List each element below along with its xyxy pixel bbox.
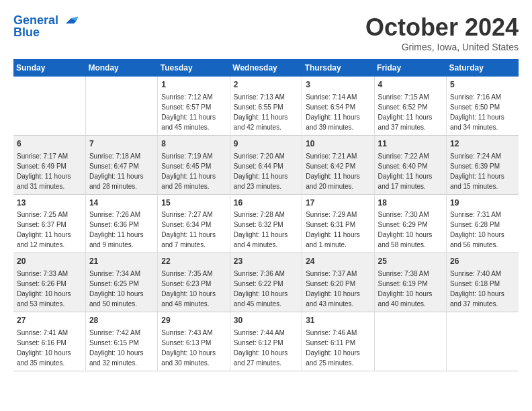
calendar-cell: 8Sunrise: 7:19 AM Sunset: 6:45 PM Daylig… [158, 135, 230, 194]
day-number: 14 [89, 197, 154, 209]
week-row: 13Sunrise: 7:25 AM Sunset: 6:37 PM Dayli… [13, 194, 519, 253]
day-number: 30 [234, 315, 298, 326]
day-info: Sunrise: 7:44 AM Sunset: 6:12 PM Dayligh… [234, 329, 288, 367]
calendar-cell: 27Sunrise: 7:41 AM Sunset: 6:16 PM Dayli… [13, 312, 85, 371]
day-info: Sunrise: 7:37 AM Sunset: 6:20 PM Dayligh… [306, 270, 360, 308]
calendar-cell: 22Sunrise: 7:35 AM Sunset: 6:23 PM Dayli… [158, 253, 230, 312]
calendar-cell: 7Sunrise: 7:18 AM Sunset: 6:47 PM Daylig… [85, 135, 157, 194]
weekday-header: Saturday [447, 59, 519, 77]
day-number: 23 [234, 256, 298, 267]
day-info: Sunrise: 7:36 AM Sunset: 6:22 PM Dayligh… [234, 270, 288, 308]
location: Grimes, Iowa, United States [365, 42, 519, 52]
calendar-cell: 29Sunrise: 7:43 AM Sunset: 6:13 PM Dayli… [158, 312, 230, 371]
day-number: 25 [378, 256, 443, 267]
calendar-cell: 18Sunrise: 7:30 AM Sunset: 6:29 PM Dayli… [374, 194, 446, 253]
day-info: Sunrise: 7:40 AM Sunset: 6:18 PM Dayligh… [450, 270, 504, 308]
calendar-cell: 16Sunrise: 7:28 AM Sunset: 6:32 PM Dayli… [230, 194, 302, 253]
weekday-header: Wednesday [230, 59, 302, 77]
calendar-cell: 10Sunrise: 7:21 AM Sunset: 6:42 PM Dayli… [302, 135, 374, 194]
day-number: 17 [306, 197, 370, 209]
day-number: 5 [450, 79, 515, 91]
calendar-cell: 15Sunrise: 7:27 AM Sunset: 6:34 PM Dayli… [158, 194, 230, 253]
day-info: Sunrise: 7:38 AM Sunset: 6:19 PM Dayligh… [378, 270, 433, 308]
calendar-cell: 23Sunrise: 7:36 AM Sunset: 6:22 PM Dayli… [230, 253, 302, 312]
day-info: Sunrise: 7:13 AM Sunset: 6:55 PM Dayligh… [234, 93, 288, 131]
day-number: 26 [450, 256, 515, 267]
day-info: Sunrise: 7:33 AM Sunset: 6:26 PM Dayligh… [17, 270, 71, 308]
day-number: 20 [17, 256, 82, 267]
day-info: Sunrise: 7:20 AM Sunset: 6:44 PM Dayligh… [234, 152, 288, 190]
calendar-cell: 24Sunrise: 7:37 AM Sunset: 6:20 PM Dayli… [302, 253, 374, 312]
day-number: 12 [450, 138, 515, 150]
day-number: 9 [234, 138, 298, 150]
day-number: 7 [89, 138, 154, 150]
day-number: 22 [161, 256, 226, 267]
logo-bird-icon [63, 14, 79, 28]
day-number: 4 [378, 79, 443, 91]
calendar-cell: 6Sunrise: 7:17 AM Sunset: 6:49 PM Daylig… [13, 135, 85, 194]
day-info: Sunrise: 7:31 AM Sunset: 6:28 PM Dayligh… [450, 211, 504, 248]
week-row: 27Sunrise: 7:41 AM Sunset: 6:16 PM Dayli… [13, 312, 519, 371]
calendar-cell: 31Sunrise: 7:46 AM Sunset: 6:11 PM Dayli… [302, 312, 374, 371]
month-title: October 2024 [365, 13, 519, 42]
calendar-cell: 3Sunrise: 7:14 AM Sunset: 6:54 PM Daylig… [302, 77, 374, 135]
calendar-cell: 12Sunrise: 7:24 AM Sunset: 6:39 PM Dayli… [447, 135, 519, 194]
calendar-cell: 13Sunrise: 7:25 AM Sunset: 6:37 PM Dayli… [13, 194, 85, 253]
day-info: Sunrise: 7:34 AM Sunset: 6:25 PM Dayligh… [89, 270, 144, 308]
day-info: Sunrise: 7:46 AM Sunset: 6:11 PM Dayligh… [306, 329, 360, 367]
day-number: 1 [161, 79, 226, 91]
title-block: October 2024 Grimes, Iowa, United States [365, 13, 519, 52]
weekday-header: Monday [85, 59, 157, 77]
calendar-cell: 30Sunrise: 7:44 AM Sunset: 6:12 PM Dayli… [230, 312, 302, 371]
day-info: Sunrise: 7:12 AM Sunset: 6:57 PM Dayligh… [161, 93, 216, 131]
calendar-cell: 2Sunrise: 7:13 AM Sunset: 6:55 PM Daylig… [230, 77, 302, 135]
day-info: Sunrise: 7:30 AM Sunset: 6:29 PM Dayligh… [378, 211, 433, 248]
calendar-cell: 26Sunrise: 7:40 AM Sunset: 6:18 PM Dayli… [447, 253, 519, 312]
calendar-cell: 9Sunrise: 7:20 AM Sunset: 6:44 PM Daylig… [230, 135, 302, 194]
calendar-cell [85, 77, 157, 135]
day-number: 21 [89, 256, 154, 267]
day-info: Sunrise: 7:42 AM Sunset: 6:15 PM Dayligh… [89, 329, 144, 367]
day-number: 18 [378, 197, 443, 209]
calendar-cell: 5Sunrise: 7:16 AM Sunset: 6:50 PM Daylig… [447, 77, 519, 135]
day-info: Sunrise: 7:29 AM Sunset: 6:31 PM Dayligh… [306, 211, 360, 248]
day-info: Sunrise: 7:22 AM Sunset: 6:40 PM Dayligh… [378, 152, 433, 190]
weekday-header: Tuesday [158, 59, 230, 77]
calendar-cell: 11Sunrise: 7:22 AM Sunset: 6:40 PM Dayli… [374, 135, 446, 194]
calendar-cell: 4Sunrise: 7:15 AM Sunset: 6:52 PM Daylig… [374, 77, 446, 135]
week-row: 20Sunrise: 7:33 AM Sunset: 6:26 PM Dayli… [13, 253, 519, 312]
weekday-header: Friday [374, 59, 446, 77]
day-number: 29 [161, 315, 226, 326]
day-number: 28 [89, 315, 154, 326]
weekday-header: Thursday [302, 59, 374, 77]
day-number: 3 [306, 79, 370, 91]
calendar-cell: 14Sunrise: 7:26 AM Sunset: 6:36 PM Dayli… [85, 194, 157, 253]
calendar-cell: 20Sunrise: 7:33 AM Sunset: 6:26 PM Dayli… [13, 253, 85, 312]
day-info: Sunrise: 7:17 AM Sunset: 6:49 PM Dayligh… [17, 152, 71, 190]
day-info: Sunrise: 7:25 AM Sunset: 6:37 PM Dayligh… [17, 211, 71, 248]
day-number: 31 [306, 315, 370, 326]
calendar-cell: 1Sunrise: 7:12 AM Sunset: 6:57 PM Daylig… [158, 77, 230, 135]
logo: General Blue [13, 13, 79, 40]
calendar-table: SundayMondayTuesdayWednesdayThursdayFrid… [13, 59, 519, 371]
calendar-cell: 19Sunrise: 7:31 AM Sunset: 6:28 PM Dayli… [447, 194, 519, 253]
day-info: Sunrise: 7:35 AM Sunset: 6:23 PM Dayligh… [161, 270, 216, 308]
weekday-header: Sunday [13, 59, 85, 77]
day-number: 2 [234, 79, 298, 91]
calendar-cell: 28Sunrise: 7:42 AM Sunset: 6:15 PM Dayli… [85, 312, 157, 371]
day-info: Sunrise: 7:26 AM Sunset: 6:36 PM Dayligh… [89, 211, 144, 248]
day-number: 15 [161, 197, 226, 209]
day-info: Sunrise: 7:19 AM Sunset: 6:45 PM Dayligh… [161, 152, 216, 190]
day-number: 11 [378, 138, 443, 150]
day-number: 6 [17, 138, 82, 150]
day-info: Sunrise: 7:21 AM Sunset: 6:42 PM Dayligh… [306, 152, 360, 190]
day-info: Sunrise: 7:24 AM Sunset: 6:39 PM Dayligh… [450, 152, 504, 190]
day-info: Sunrise: 7:15 AM Sunset: 6:52 PM Dayligh… [378, 93, 433, 131]
page-header: General Blue October 2024 Grimes, Iowa, … [13, 13, 519, 52]
day-number: 24 [306, 256, 370, 267]
week-row: 1Sunrise: 7:12 AM Sunset: 6:57 PM Daylig… [13, 77, 519, 135]
day-info: Sunrise: 7:14 AM Sunset: 6:54 PM Dayligh… [306, 93, 360, 131]
week-row: 6Sunrise: 7:17 AM Sunset: 6:49 PM Daylig… [13, 135, 519, 194]
day-info: Sunrise: 7:18 AM Sunset: 6:47 PM Dayligh… [89, 152, 144, 190]
calendar-cell [447, 312, 519, 371]
